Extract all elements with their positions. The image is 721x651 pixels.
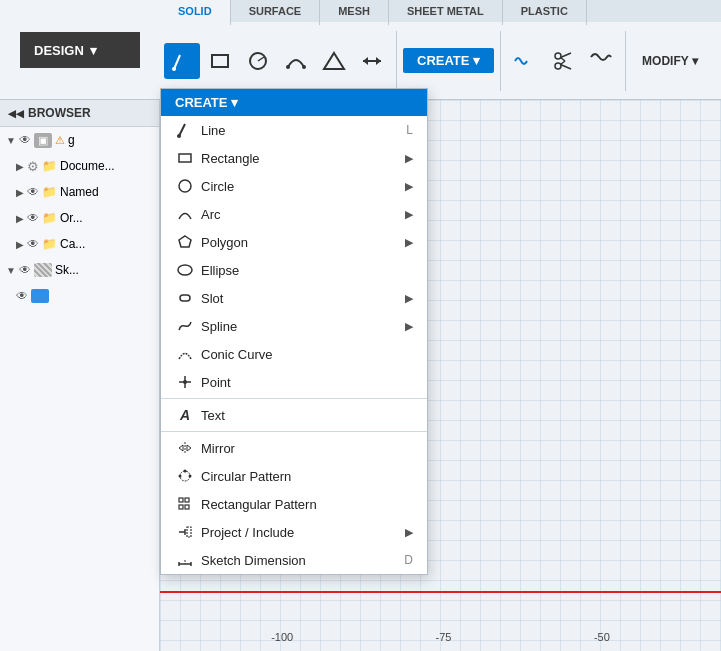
wave-right-icon[interactable] bbox=[583, 43, 619, 79]
wave-left-icon[interactable] bbox=[507, 43, 543, 79]
ruler-label-75: -75 bbox=[436, 631, 452, 643]
browser-item-label: Sk... bbox=[55, 263, 79, 277]
arrow-tool-icon[interactable] bbox=[354, 43, 390, 79]
svg-rect-17 bbox=[179, 154, 191, 162]
eye-icon[interactable]: 👁 bbox=[27, 211, 39, 225]
menu-item-label: Ellipse bbox=[201, 263, 413, 278]
svg-marker-26 bbox=[179, 445, 183, 451]
circle-menu-icon bbox=[175, 178, 195, 194]
design-button[interactable]: DESIGN ▾ bbox=[20, 32, 140, 68]
svg-point-20 bbox=[178, 265, 192, 275]
browser-item-label: Or... bbox=[60, 211, 83, 225]
menu-item-label: Polygon bbox=[201, 235, 405, 250]
svg-marker-8 bbox=[376, 57, 381, 65]
svg-marker-6 bbox=[324, 53, 344, 69]
menu-item-point[interactable]: Point bbox=[161, 368, 427, 396]
browser-title: BROWSER bbox=[28, 106, 91, 120]
browser-item-label: g bbox=[68, 133, 75, 147]
dropdown-header: CREATE ▾ bbox=[161, 89, 427, 116]
sketch-folder-icon bbox=[34, 263, 52, 277]
browser-item-ca[interactable]: ▶ 👁 📁 Ca... bbox=[0, 231, 159, 257]
triangle-tool-icon[interactable] bbox=[316, 43, 352, 79]
menu-shortcut: L bbox=[406, 123, 413, 137]
project-include-icon bbox=[175, 524, 195, 540]
polygon-menu-icon bbox=[175, 234, 195, 250]
sketch-dimension-icon bbox=[175, 552, 195, 568]
line-menu-icon bbox=[175, 122, 195, 138]
eye-icon[interactable]: 👁 bbox=[19, 133, 31, 147]
svg-rect-32 bbox=[179, 498, 183, 502]
menu-item-label: Project / Include bbox=[201, 525, 405, 540]
menu-item-label: Mirror bbox=[201, 441, 413, 456]
submenu-arrow-icon: ▶ bbox=[405, 526, 413, 539]
menu-item-polygon[interactable]: Polygon ▶ bbox=[161, 228, 427, 256]
menu-item-rectangle[interactable]: Rectangle ▶ bbox=[161, 144, 427, 172]
browser-collapse-icon[interactable]: ◀◀ bbox=[8, 108, 24, 119]
rectangular-pattern-icon bbox=[175, 496, 195, 512]
menu-item-conic[interactable]: Conic Curve bbox=[161, 340, 427, 368]
expand-icon: ▼ bbox=[6, 265, 16, 276]
menu-item-slot[interactable]: Slot ▶ bbox=[161, 284, 427, 312]
browser-item-root[interactable]: ▼ 👁 ▣ ⚠ g bbox=[0, 127, 159, 153]
menu-item-text[interactable]: A Text bbox=[161, 401, 427, 429]
rectangle-menu-icon bbox=[175, 150, 195, 166]
create-dropdown-menu: CREATE ▾ Line L Rectangle ▶ Circle ▶ Arc… bbox=[160, 88, 428, 575]
svg-rect-38 bbox=[187, 527, 191, 537]
menu-item-mirror[interactable]: Mirror bbox=[161, 434, 427, 462]
eye-icon[interactable]: 👁 bbox=[16, 289, 28, 303]
svg-point-24 bbox=[183, 380, 187, 384]
menu-item-line[interactable]: Line L bbox=[161, 116, 427, 144]
browser-item-document[interactable]: ▶ ⚙ 📁 Docume... bbox=[0, 153, 159, 179]
circle-tool-icon[interactable] bbox=[240, 43, 276, 79]
menu-item-circular-pattern[interactable]: Circular Pattern bbox=[161, 462, 427, 490]
folder-icon: 📁 bbox=[42, 185, 57, 199]
menu-item-rectangular-pattern[interactable]: Rectangular Pattern bbox=[161, 490, 427, 518]
svg-marker-27 bbox=[187, 445, 191, 451]
arc-tool-icon[interactable] bbox=[278, 43, 314, 79]
warn-icon: ⚠ bbox=[55, 134, 65, 147]
circular-pattern-icon bbox=[175, 468, 195, 484]
browser-item-sk[interactable]: ▼ 👁 Sk... bbox=[0, 257, 159, 283]
browser-item-named[interactable]: ▶ 👁 📁 Named bbox=[0, 179, 159, 205]
menu-item-label: Arc bbox=[201, 207, 405, 222]
svg-line-14 bbox=[561, 57, 566, 61]
submenu-arrow-icon: ▶ bbox=[405, 208, 413, 221]
eye-icon[interactable]: 👁 bbox=[19, 263, 31, 277]
modify-button[interactable]: MODIFY ▾ bbox=[632, 49, 708, 73]
menu-item-label: Slot bbox=[201, 291, 405, 306]
menu-item-spline[interactable]: Spline ▶ bbox=[161, 312, 427, 340]
line-tool-icon[interactable] bbox=[164, 43, 200, 79]
svg-rect-35 bbox=[185, 505, 189, 509]
eye-icon[interactable]: 👁 bbox=[27, 185, 39, 199]
svg-rect-21 bbox=[180, 295, 190, 301]
menu-item-label: Rectangle bbox=[201, 151, 405, 166]
gear-icon: ⚙ bbox=[27, 159, 39, 174]
arc-menu-icon bbox=[175, 206, 195, 222]
rectangle-tool-icon[interactable] bbox=[202, 43, 238, 79]
expand-icon: ▶ bbox=[16, 161, 24, 172]
svg-rect-34 bbox=[179, 505, 183, 509]
svg-point-30 bbox=[189, 475, 192, 478]
ruler-bottom: -100 -75 -50 bbox=[160, 631, 721, 643]
menu-item-circle[interactable]: Circle ▶ bbox=[161, 172, 427, 200]
browser-item-label: Ca... bbox=[60, 237, 85, 251]
menu-item-arc[interactable]: Arc ▶ bbox=[161, 200, 427, 228]
svg-line-15 bbox=[561, 61, 566, 65]
menu-item-label: Rectangular Pattern bbox=[201, 497, 413, 512]
svg-rect-33 bbox=[185, 498, 189, 502]
eye-icon[interactable]: 👁 bbox=[27, 237, 39, 251]
design-arrow: ▾ bbox=[90, 43, 97, 58]
menu-item-sketch-dimension[interactable]: Sketch Dimension D bbox=[161, 546, 427, 574]
create-dropdown-button[interactable]: CREATE ▾ bbox=[403, 48, 494, 73]
menu-item-ellipse[interactable]: Ellipse bbox=[161, 256, 427, 284]
browser-item-or[interactable]: ▶ 👁 📁 Or... bbox=[0, 205, 159, 231]
ruler-label-100: -100 bbox=[271, 631, 293, 643]
browser-header: ◀◀ BROWSER bbox=[0, 100, 159, 127]
browser-item-sketch-child[interactable]: 👁 bbox=[0, 283, 159, 309]
svg-point-0 bbox=[172, 67, 176, 71]
menu-item-label: Circle bbox=[201, 179, 405, 194]
menu-item-project-include[interactable]: Project / Include ▶ bbox=[161, 518, 427, 546]
root-folder-icon: ▣ bbox=[34, 133, 52, 148]
slot-menu-icon bbox=[175, 290, 195, 306]
scissors-icon[interactable] bbox=[545, 43, 581, 79]
